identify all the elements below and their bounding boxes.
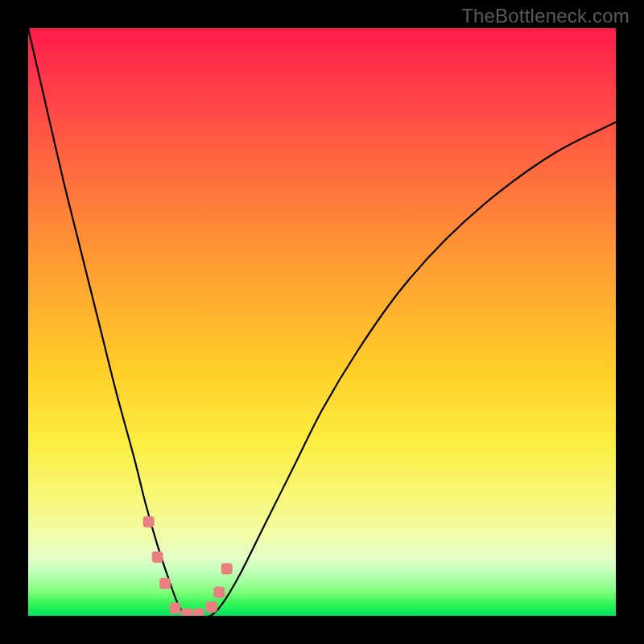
marker-point — [152, 551, 163, 563]
marker-point — [213, 587, 225, 598]
marker-point — [206, 601, 217, 613]
marker-point — [170, 603, 181, 614]
marker-point — [143, 516, 155, 527]
marker-point — [159, 578, 171, 589]
watermark-text: TheBottleneck.com — [461, 5, 630, 27]
chart-frame: TheBottleneck.com — [0, 0, 644, 644]
curve-markers — [143, 516, 233, 616]
bottleneck-curve — [28, 28, 616, 616]
marker-point — [181, 609, 192, 616]
chart-svg — [28, 28, 616, 616]
plot-area — [28, 28, 616, 616]
marker-point — [221, 564, 233, 575]
marker-point — [193, 609, 204, 616]
